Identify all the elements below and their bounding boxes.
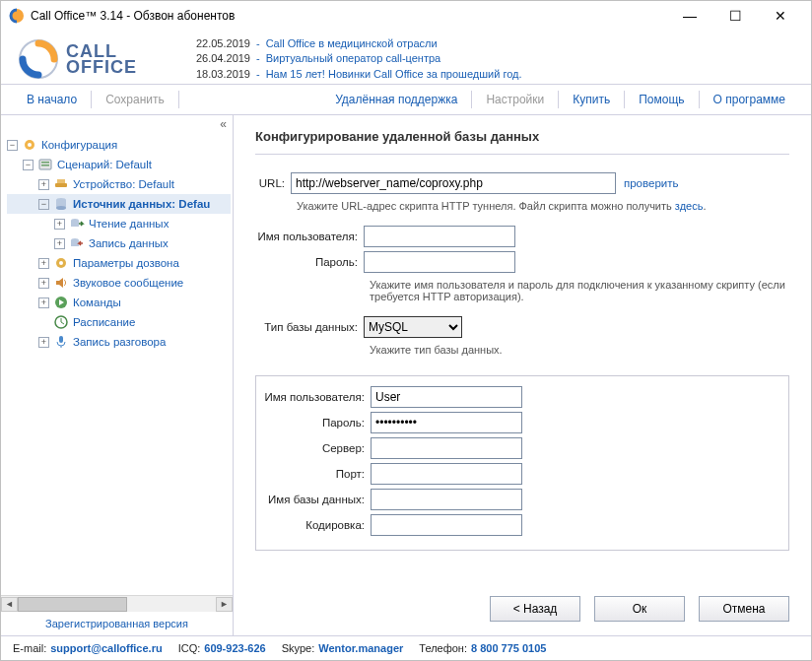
play-icon	[53, 295, 69, 310]
titlebar: Call Office™ 3.14 - Обзвон абонентов — ☐…	[1, 1, 811, 31]
tel-value: 8 800 775 0105	[471, 642, 546, 654]
svg-rect-8	[57, 179, 65, 183]
logo-text-2: OFFICE	[66, 59, 137, 75]
tree-item-device[interactable]: +Устройство: Default	[7, 174, 231, 194]
db-port-input[interactable]	[371, 463, 522, 485]
user-label: Имя пользователя:	[255, 231, 364, 242]
check-link[interactable]: проверить	[624, 177, 678, 189]
svg-rect-6	[41, 165, 49, 166]
database-icon	[53, 196, 69, 212]
dbtype-select[interactable]: MySQL	[364, 316, 462, 338]
content: « −Конфигурация −Сценарий: Default +Устр…	[1, 115, 811, 635]
db-encoding-input[interactable]	[371, 514, 522, 536]
skype-label: Skype:	[282, 642, 315, 654]
tree-item-write[interactable]: +Запись данных	[7, 233, 231, 253]
scroll-right-button[interactable]: ►	[216, 597, 233, 612]
back-button[interactable]: < Назад	[490, 596, 580, 622]
news-list: 22.05.2019-Call Office в медицинской отр…	[167, 36, 522, 82]
icq-label: ICQ:	[178, 642, 201, 654]
tree-item-audio[interactable]: +Звуковое сообщение	[7, 273, 231, 293]
maximize-button[interactable]: ☐	[712, 1, 758, 31]
menu-remote[interactable]: Удалённая поддержка	[325, 89, 467, 110]
pass-label: Пароль:	[255, 256, 364, 268]
skype-link[interactable]: Wentor.manager	[318, 642, 403, 654]
svg-rect-7	[55, 183, 67, 187]
tree-item-commands[interactable]: +Команды	[7, 293, 231, 312]
tree-item-datasource[interactable]: −Источник данных: Defau	[7, 194, 231, 214]
close-button[interactable]: ✕	[758, 1, 803, 31]
db-name-input[interactable]	[371, 489, 522, 510]
menu-settings: Настройки	[476, 89, 554, 110]
here-link[interactable]: здесь	[675, 200, 704, 212]
dbtype-hint: Укажите тип базы данных.	[370, 344, 789, 356]
svg-point-3	[28, 143, 32, 147]
config-tree: −Конфигурация −Сценарий: Default +Устрой…	[1, 133, 233, 595]
minimize-button[interactable]: —	[667, 1, 712, 31]
auth-hint: Укажите имя пользователя и пароль для по…	[370, 279, 789, 302]
tree-item-scenario[interactable]: −Сценарий: Default	[7, 155, 231, 174]
scroll-left-button[interactable]: ◄	[1, 597, 18, 612]
statusbar: E-mail:support@calloffice.ru ICQ:609-923…	[1, 635, 811, 660]
db-encoding-label: Кодировка:	[262, 519, 371, 531]
sidebar-collapse-button[interactable]: «	[1, 115, 233, 133]
tree-item-record[interactable]: +Запись разговора	[7, 332, 231, 352]
header: CALL OFFICE 22.05.2019-Call Office в мед…	[1, 31, 811, 85]
scenario-icon	[37, 157, 53, 172]
icq-value: 609-923-626	[204, 642, 265, 654]
db-pass-label: Пароль:	[262, 417, 371, 429]
tree-item-schedule[interactable]: Расписание	[7, 312, 231, 332]
svg-rect-13	[71, 221, 79, 227]
tree-item-config[interactable]: −Конфигурация	[7, 135, 231, 155]
news-date: 22.05.2019	[167, 36, 250, 51]
news-date: 18.03.2019	[167, 67, 250, 82]
news-date: 26.04.2019	[167, 51, 250, 66]
sidebar: « −Конфигурация −Сценарий: Default +Устр…	[1, 115, 234, 635]
speaker-icon	[53, 275, 69, 291]
news-link[interactable]: Нам 15 лет! Новинки Call Office за проше…	[266, 67, 522, 82]
db-pass-input[interactable]	[371, 412, 522, 433]
clock-icon	[53, 314, 69, 330]
db-port-label: Порт:	[262, 468, 371, 480]
menubar: В начало Сохранить Удалённая поддержка Н…	[1, 85, 811, 115]
url-input[interactable]	[291, 172, 616, 194]
app-window: Call Office™ 3.14 - Обзвон абонентов — ☐…	[0, 0, 812, 661]
logo-icon	[17, 37, 60, 81]
ok-button[interactable]: Ок	[594, 596, 685, 622]
gear-small-icon	[53, 255, 69, 271]
sidebar-hscrollbar[interactable]: ◄ ►	[1, 595, 233, 612]
http-user-input[interactable]	[364, 226, 515, 247]
menu-start[interactable]: В начало	[17, 89, 87, 110]
db-read-icon	[69, 216, 85, 231]
menu-buy[interactable]: Купить	[563, 89, 620, 110]
cancel-button[interactable]: Отмена	[699, 596, 789, 622]
tree-item-dialparams[interactable]: +Параметры дозвона	[7, 253, 231, 273]
url-hint: Укажите URL-адрес скрипта HTTP туннеля. …	[297, 200, 675, 212]
news-link[interactable]: Виртуальный оператор call-центра	[266, 51, 441, 66]
db-user-input[interactable]	[371, 386, 522, 408]
http-pass-input[interactable]	[364, 251, 515, 273]
db-server-input[interactable]	[371, 437, 522, 459]
window-title: Call Office™ 3.14 - Обзвон абонентов	[31, 9, 667, 23]
db-name-label: Имя базы данных:	[262, 494, 371, 505]
svg-rect-15	[71, 240, 79, 246]
svg-point-17	[59, 261, 63, 265]
page-title: Конфигурирование удаленной базы данных	[255, 129, 789, 155]
tel-label: Телефон:	[419, 642, 467, 654]
db-write-icon	[69, 235, 85, 251]
menu-about[interactable]: О программе	[704, 89, 795, 110]
db-connection-box: Имя пользователя: Пароль: Сервер: Порт: …	[255, 375, 789, 551]
menu-help[interactable]: Помощь	[629, 89, 694, 110]
dbtype-label: Тип базы данных:	[255, 321, 364, 333]
db-user-label: Имя пользователя:	[262, 391, 371, 403]
tree-item-read[interactable]: +Чтение данных	[7, 214, 231, 233]
svg-rect-20	[59, 336, 63, 343]
scroll-thumb[interactable]	[18, 597, 127, 612]
mic-icon	[53, 334, 69, 350]
email-link[interactable]: support@calloffice.ru	[50, 642, 162, 654]
license-link[interactable]: Зарегистрированная версия	[1, 612, 233, 635]
url-label: URL:	[255, 177, 291, 189]
gear-icon	[22, 137, 37, 153]
email-label: E-mail:	[13, 642, 46, 654]
app-icon	[9, 8, 25, 24]
news-link[interactable]: Call Office в медицинской отрасли	[266, 36, 438, 51]
